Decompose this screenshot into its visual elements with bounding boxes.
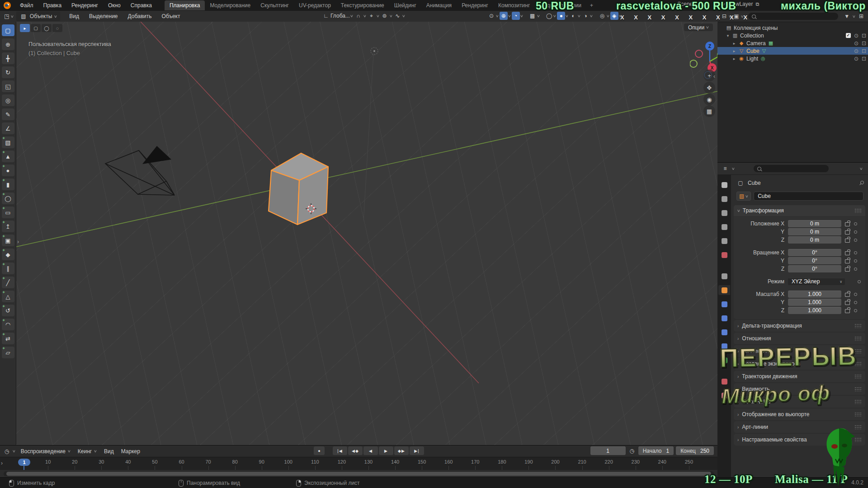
properties-tab[interactable] <box>718 208 730 218</box>
properties-tab[interactable] <box>718 327 730 337</box>
outliner-row[interactable]: ▤ Коллекция сцены ✓ ⊙ ⊡ <box>717 24 868 32</box>
frame-start-field[interactable]: Начало1 <box>638 446 674 455</box>
animate-dot[interactable] <box>854 222 857 225</box>
outliner-row[interactable]: ▸ ▽ Cube ▽ ✓ ⊙ ⊡ <box>717 47 868 55</box>
render-visibility-toggle[interactable]: ⊡ <box>862 40 866 47</box>
select-mode-button[interactable]: ◌ <box>52 24 62 32</box>
lock-icon[interactable] <box>845 230 850 235</box>
collapsed-panel[interactable]: › Отображение во вьюпорте <box>734 408 865 420</box>
render-visibility-toggle[interactable]: ⊡ <box>862 56 866 62</box>
outliner-row[interactable]: ▸ ◉ Light ◎ ✓ ⊙ ⊡ <box>717 55 868 62</box>
camera-object[interactable] <box>105 146 175 195</box>
stopwatch-icon[interactable]: ◷ <box>628 447 636 455</box>
menu-item[interactable]: Файл <box>15 1 38 10</box>
tool-button[interactable]: ↻ + <box>2 66 14 78</box>
menu-item[interactable]: Рендеринг <box>67 1 103 10</box>
animate-dot[interactable] <box>854 239 857 242</box>
properties-tab[interactable] <box>718 313 730 323</box>
workspace-tab[interactable]: Композитинг <box>493 0 535 10</box>
hide-eye-toggle[interactable]: ⊙ <box>854 40 859 47</box>
hide-eye-toggle[interactable]: ⊙ <box>854 48 859 54</box>
animate-dot[interactable] <box>854 230 857 234</box>
timeline-menu-item[interactable]: Кеинг ∨ <box>74 447 100 456</box>
tool-button[interactable]: ∠ + <box>2 122 14 134</box>
panel-grip-icon[interactable] <box>854 425 862 429</box>
panel-grip-icon[interactable] <box>854 336 862 341</box>
panel-grip-icon[interactable] <box>854 412 862 417</box>
object-name-field[interactable]: Cube <box>754 192 863 201</box>
collection-checkbox[interactable]: ✓ <box>846 33 851 38</box>
tool-button[interactable]: ▭ + <box>2 206 14 218</box>
panel-grip-icon[interactable] <box>854 324 862 328</box>
transport-button[interactable]: ▶ <box>379 446 393 455</box>
select-mode-button[interactable]: ◯ <box>42 24 52 32</box>
value-field[interactable]: XYZ Эйлер <box>788 278 845 285</box>
pin-icon[interactable] <box>859 181 863 185</box>
header-toggle[interactable]: ◑ ∨ <box>581 12 593 20</box>
header-toggle[interactable]: ◈ ∨ <box>610 12 622 20</box>
tool-button[interactable]: ◠ + <box>2 319 14 330</box>
transport-button[interactable]: ▶| <box>410 446 424 455</box>
select-mode-button[interactable]: ▸ <box>20 24 30 32</box>
current-frame-field[interactable]: 1 <box>590 446 626 455</box>
properties-tab[interactable] <box>718 271 730 281</box>
gizmo-axis-y-neg[interactable] <box>690 60 697 67</box>
workspace-tab[interactable]: Планировка <box>165 0 205 10</box>
animate-dot[interactable] <box>854 259 857 263</box>
animate-dot[interactable] <box>858 280 861 283</box>
new-collection-button[interactable]: ⊞ <box>857 12 865 20</box>
pan-button[interactable]: ✥ <box>703 82 715 94</box>
editor-type-icon[interactable]: ◳ <box>3 12 11 20</box>
value-field[interactable]: 1.000 <box>788 291 841 298</box>
filter-funnel-icon[interactable]: ▼ <box>843 12 851 20</box>
expand-arrow-icon[interactable]: ▸ <box>732 41 736 46</box>
properties-tab[interactable] <box>718 285 730 295</box>
lock-icon[interactable] <box>845 267 850 272</box>
workspace-tab[interactable]: Моделирование <box>205 0 255 10</box>
tool-button[interactable]: ▢ + <box>2 24 14 36</box>
value-field[interactable]: 0° <box>788 257 841 264</box>
header-toggle[interactable]: ◐ ∨ <box>569 12 580 20</box>
tool-button[interactable]: ◆ + <box>2 249 14 260</box>
tool-button[interactable]: ▲ + <box>2 150 14 162</box>
header-toggle[interactable]: ◎ ∨ <box>598 12 609 20</box>
viewport-menu-item[interactable]: Выделение <box>85 12 123 21</box>
workspace-tab[interactable]: Шейдинг <box>389 0 421 10</box>
sidebar-collapse-arrow[interactable]: ‹ <box>713 73 715 80</box>
timeline-scrollbar[interactable] <box>4 471 714 476</box>
value-field[interactable]: 1.000 <box>788 299 841 306</box>
playhead[interactable] <box>24 466 24 470</box>
tool-button[interactable]: ◎ + <box>2 94 14 106</box>
animate-dot[interactable] <box>854 301 857 304</box>
transport-button[interactable]: ◆▶ <box>394 446 409 455</box>
header-control[interactable]: ∿ ∨ <box>393 12 405 20</box>
cube-object[interactable] <box>269 153 328 225</box>
expand-arrow-icon[interactable]: ▾ <box>726 33 730 38</box>
panel-grip-icon[interactable] <box>854 387 862 391</box>
hide-eye-toggle[interactable]: ⊙ <box>854 33 859 39</box>
properties-tab[interactable] <box>718 222 730 232</box>
animate-dot[interactable] <box>854 267 857 271</box>
blender-logo-icon[interactable] <box>4 2 11 9</box>
render-visibility-toggle[interactable]: ⊡ <box>862 48 866 54</box>
value-field[interactable]: 0° <box>788 249 841 256</box>
header-control[interactable]: ∩ ∨ <box>354 12 366 20</box>
light-object[interactable] <box>363 47 378 221</box>
value-field[interactable]: 0 m <box>788 236 841 244</box>
frame-end-field[interactable]: Конец250 <box>676 446 714 455</box>
current-frame-badge[interactable]: 1 <box>18 459 30 466</box>
object-type-chip[interactable]: ▧∨ <box>736 192 751 201</box>
value-field[interactable]: 0° <box>788 265 841 272</box>
transform-panel-header[interactable]: ∨ Трансформация <box>734 205 865 216</box>
properties-tab[interactable] <box>718 180 730 190</box>
header-toggle[interactable]: ⊙ ∨ <box>487 12 499 20</box>
lock-icon[interactable] <box>845 293 850 297</box>
tool-button[interactable]: ╋ + <box>2 52 14 64</box>
menu-item[interactable]: Окно <box>104 1 125 10</box>
mode-dropdown[interactable]: ▧ Объекты ∨ <box>16 11 60 21</box>
timeline-menu-item[interactable]: Вид ∨ <box>100 447 118 456</box>
tool-button[interactable]: ▮ + <box>2 178 14 190</box>
tool-button[interactable]: ◱ + <box>2 80 14 92</box>
tool-button[interactable]: ▱ + <box>2 347 14 358</box>
gizmo-axis-x-neg[interactable] <box>695 50 703 57</box>
